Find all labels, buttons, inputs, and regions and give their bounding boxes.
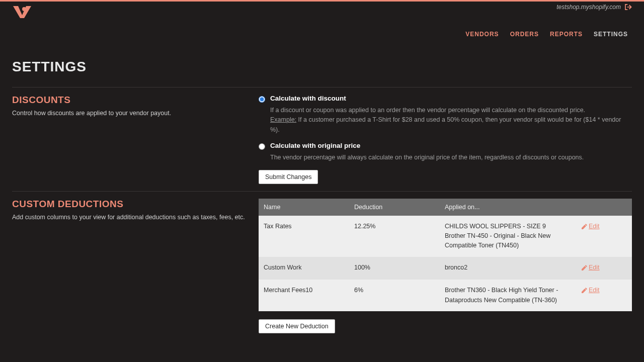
- divider: [12, 87, 632, 87]
- shop-domain-label: testshop.myshopify.com: [556, 4, 621, 11]
- divider: [12, 191, 632, 192]
- col-header-name: Name: [259, 199, 349, 216]
- discounts-description: Control how discounts are applied to you…: [12, 109, 259, 118]
- nav-settings[interactable]: SETTINGS: [594, 31, 628, 38]
- cell-name: Custom Work: [259, 257, 349, 280]
- cell-edit: Edit: [577, 280, 632, 311]
- nav-orders[interactable]: ORDERS: [510, 31, 539, 38]
- radio-with-discount-desc: If a discount or coupon was applied to a…: [270, 106, 632, 135]
- col-header-deduction: Deduction: [349, 199, 440, 216]
- radio-with-discount[interactable]: [259, 96, 265, 103]
- col-header-applied-on: Applied on...: [440, 199, 577, 216]
- deductions-heading: CUSTOM DEDUCTIONS: [12, 199, 259, 210]
- table-row: Tax Rates12.25%CHILDS WOOL SLIPPERS - SI…: [259, 216, 632, 257]
- radio-original-price[interactable]: [259, 143, 265, 150]
- radio-original-price-desc: The vendor percentage will always calcul…: [270, 153, 632, 162]
- brand-logo[interactable]: [12, 5, 32, 21]
- discounts-section: DISCOUNTS Control how discounts are appl…: [12, 95, 632, 184]
- cell-deduction: 6%: [349, 280, 440, 311]
- cell-applied-on: CHILDS WOOL SLIPPERS - SIZE 9 Brother TN…: [440, 216, 577, 257]
- main-nav: VENDORS ORDERS REPORTS SETTINGS: [0, 11, 644, 48]
- cell-deduction: 100%: [349, 257, 440, 280]
- logout-icon[interactable]: [625, 4, 632, 10]
- cell-name: Tax Rates: [259, 216, 349, 257]
- cell-edit: Edit: [577, 216, 632, 257]
- nav-vendors[interactable]: VENDORS: [465, 31, 499, 38]
- cell-edit: Edit: [577, 257, 632, 280]
- nav-reports[interactable]: REPORTS: [550, 31, 583, 38]
- edit-link[interactable]: Edit: [582, 286, 600, 295]
- submit-changes-button[interactable]: Submit Changes: [259, 170, 318, 184]
- radio-with-discount-label: Calculate with discount: [270, 95, 346, 102]
- table-row: Custom Work100%bronco2 Edit: [259, 257, 632, 280]
- cell-applied-on: bronco2: [440, 257, 577, 280]
- page-title: SETTINGS: [12, 59, 632, 75]
- deductions-section: CUSTOM DEDUCTIONS Add custom columns to …: [12, 199, 632, 333]
- table-row: Merchant Fees106%Brother TN360 - Black H…: [259, 280, 632, 311]
- radio-original-price-label: Calculate with original price: [270, 142, 360, 149]
- discounts-heading: DISCOUNTS: [12, 95, 259, 106]
- deductions-table: Name Deduction Applied on... Tax Rates12…: [259, 199, 632, 311]
- deductions-description: Add custom columns to your view for addi…: [12, 213, 259, 222]
- cell-applied-on: Brother TN360 - Black High Yield Toner -…: [440, 280, 577, 311]
- edit-link[interactable]: Edit: [582, 263, 600, 273]
- create-new-deduction-button[interactable]: Create New Deduction: [259, 319, 335, 333]
- cell-name: Merchant Fees10: [259, 280, 349, 311]
- cell-deduction: 12.25%: [349, 216, 440, 257]
- edit-link[interactable]: Edit: [582, 222, 600, 231]
- col-header-edit: [577, 199, 632, 216]
